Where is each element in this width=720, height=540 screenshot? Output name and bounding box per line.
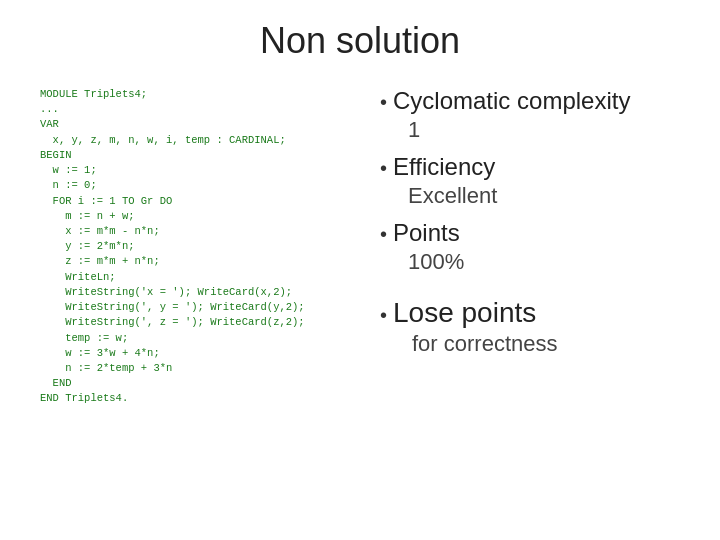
bullet-efficiency: • Efficiency Excellent	[380, 153, 680, 209]
bullet-cyclomatic: • Cyclomatic complexity 1	[380, 87, 680, 143]
bullet-lose-points: • Lose points for correctness	[380, 297, 680, 357]
bullet-points-label: • Points	[380, 219, 680, 247]
bullet-lose-points-value: for correctness	[412, 331, 680, 357]
info-panel: • Cyclomatic complexity 1 • Efficiency E…	[380, 82, 680, 520]
bullet-cyclomatic-value: 1	[408, 117, 680, 143]
content-area: MODULE Triplets4; ... VAR x, y, z, m, n,…	[40, 82, 680, 520]
bullet-points: • Points 100%	[380, 219, 680, 275]
bullet-dot-4: •	[380, 304, 387, 327]
bullet-points-value: 100%	[408, 249, 680, 275]
bullet-lose-points-label: • Lose points	[380, 297, 680, 329]
bullet-dot-3: •	[380, 223, 387, 246]
page: Non solution MODULE Triplets4; ... VAR x…	[0, 0, 720, 540]
bullet-efficiency-label: • Efficiency	[380, 153, 680, 181]
bullet-dot-2: •	[380, 157, 387, 180]
bullet-cyclomatic-label: • Cyclomatic complexity	[380, 87, 680, 115]
bullet-efficiency-value: Excellent	[408, 183, 680, 209]
page-title: Non solution	[40, 20, 680, 62]
bullet-dot-1: •	[380, 91, 387, 114]
code-block: MODULE Triplets4; ... VAR x, y, z, m, n,…	[40, 82, 360, 520]
